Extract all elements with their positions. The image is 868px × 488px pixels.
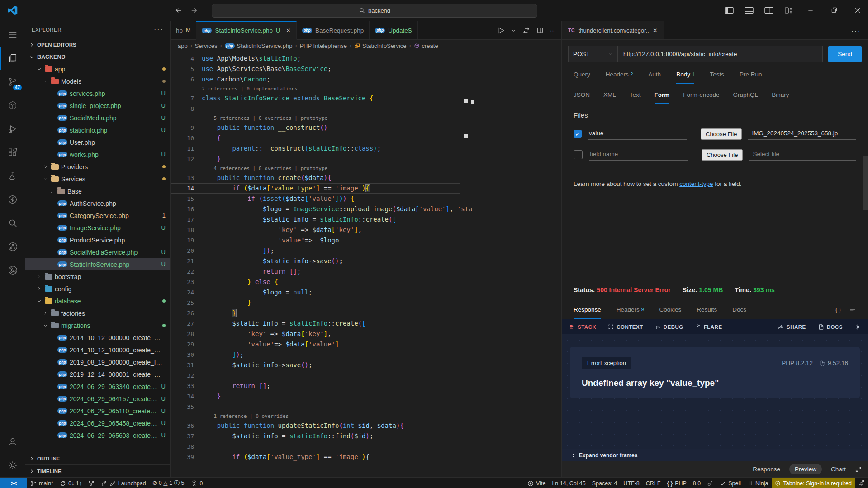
tree-item-bootstrap[interactable]: bootstrap	[25, 270, 170, 283]
split-editor-icon[interactable]	[536, 27, 544, 34]
ignition-debug-button[interactable]: DEBUG	[655, 324, 683, 330]
body-tab-form-encode[interactable]: Form-encode	[683, 86, 719, 103]
panel-more-actions-icon[interactable]: ···	[844, 21, 868, 39]
status-encoding[interactable]: UTF-8	[620, 478, 642, 488]
status-problems[interactable]: ⊘ 0 △ 1 ⓘ 5	[149, 478, 188, 488]
nav-back-icon[interactable]	[171, 6, 186, 14]
code-editor[interactable]: 4use App\Models\staticInfo;5use App\Serv…	[171, 52, 561, 477]
status-sync[interactable]: 0↓ 1↑	[57, 478, 85, 488]
status-php-version[interactable]: 8.0	[690, 478, 704, 488]
chevron-right-icon[interactable]	[35, 286, 43, 291]
request-tab-body[interactable]: Body1	[676, 65, 694, 84]
status-ports[interactable]: 0	[188, 478, 206, 488]
status-launchpad[interactable]: Launchpad	[98, 478, 149, 488]
send-button[interactable]: Send	[828, 46, 862, 62]
chevron-down-icon[interactable]	[35, 66, 43, 71]
status-tabnine[interactable]: Tabnine: Sign-in is required	[772, 478, 855, 488]
request-url-input[interactable]: http://127.0.0.1:8000/api/static_info/cr…	[617, 46, 823, 62]
codelens[interactable]: 1 reference | 0 overrides	[171, 412, 460, 421]
expand-vendor-frames[interactable]: Expand vendor frames	[562, 449, 868, 461]
content-type-link[interactable]: content-type	[679, 180, 713, 187]
tree-item-2024-06-29-064157-create-static-in-[interactable]: php2024_06_29_064157_create_static_in…U	[25, 393, 170, 405]
minimize-button[interactable]	[800, 0, 821, 21]
view-chart-button[interactable]: Chart	[825, 464, 851, 474]
command-center-search[interactable]: backend	[212, 4, 537, 18]
tree-item-socialmedia-php[interactable]: phpSocialMedia.phpU	[25, 112, 170, 124]
status-branch[interactable]: main*	[27, 478, 57, 488]
status-ninja[interactable]: Ninja	[744, 478, 772, 488]
tree-item-models[interactable]: Models	[25, 75, 170, 87]
status-notifications[interactable]	[855, 478, 868, 488]
tree-item-2024-06-29-065110-create-services-[interactable]: php2024_06_29_065110_create_services_…U	[25, 405, 170, 417]
tree-item-staticinfoservice-php[interactable]: phpStaticInfoService.phpU	[25, 258, 170, 270]
choose-file-button[interactable]: Choose File	[701, 128, 742, 140]
status-eol[interactable]: CRLF	[643, 478, 664, 488]
chevron-down-icon[interactable]	[42, 323, 49, 328]
open-editors-section[interactable]: OPEN EDITORS	[25, 38, 170, 51]
response-tab-response[interactable]: Response	[574, 300, 601, 319]
scm-icon[interactable]: 47	[0, 70, 25, 94]
tree-item-2019-08-19-000000-create-failed-jobs-ta-[interactable]: php2019_08_19_000000_create_failed_jobs_…	[25, 356, 170, 368]
tree-item-2014-10-12-000000-create-users-table-p-[interactable]: php2014_10_12_000000_create_users_table.…	[25, 332, 170, 344]
response-tab-results[interactable]: Results	[697, 300, 717, 319]
tree-item-imageservice-php[interactable]: phpImageService.phpU	[25, 222, 170, 234]
tree-item-2024-06-29-065603-create-works-ta-[interactable]: php2024_06_29_065603_create_works_ta…U	[25, 429, 170, 441]
body-tab-graphql[interactable]: GraphQL	[733, 86, 759, 103]
zap-icon[interactable]	[0, 188, 25, 211]
codelens[interactable]: 5 references | 0 overrides | prototype	[171, 114, 460, 123]
tab-close-icon[interactable]: ✕	[653, 27, 658, 34]
response-menu-icon[interactable]	[849, 306, 856, 313]
checkbox[interactable]	[574, 150, 583, 159]
ignition-flare-button[interactable]: FLARE	[695, 324, 722, 330]
compare-changes-icon[interactable]	[522, 27, 530, 34]
minimap[interactable]	[460, 52, 561, 477]
choose-file-button[interactable]: Choose File	[702, 149, 743, 161]
status-vite[interactable]: Vite	[524, 478, 549, 488]
chevron-right-icon[interactable]	[48, 189, 55, 194]
customize-layout-icon[interactable]	[780, 3, 797, 18]
tree-item-migrations[interactable]: migrations	[25, 319, 170, 332]
request-tab-tests[interactable]: Tests	[710, 65, 724, 84]
response-tab-headers[interactable]: Headers9	[617, 300, 644, 319]
status-spell[interactable]: Spell	[716, 478, 744, 488]
timeline-section[interactable]: TIMELINE	[25, 464, 170, 477]
body-tab-xml[interactable]: XML	[603, 86, 616, 103]
breadcrumb-item-php-intelephense[interactable]: PHP Intelephense	[299, 43, 347, 49]
tree-item-services-php[interactable]: phpservices.phpU	[25, 87, 170, 99]
ignition-gearsm-button[interactable]	[854, 324, 861, 330]
tree-item-productservice-php[interactable]: phpProductService.php	[25, 234, 170, 246]
ignition-context-button[interactable]: CONTEXT	[608, 324, 643, 330]
status-language[interactable]: { }PHP	[664, 478, 689, 488]
breadcrumb-item-create[interactable]: create	[414, 43, 438, 49]
gear-icon[interactable]	[0, 454, 25, 477]
status-indentation[interactable]: Spaces: 4	[589, 478, 621, 488]
status-compare[interactable]	[85, 478, 98, 488]
status-cursor-position[interactable]: Ln 14, Col 45	[549, 478, 588, 488]
run-code-icon[interactable]	[497, 27, 505, 34]
ignition-stack-button[interactable]: STACK	[569, 324, 596, 330]
response-tab-cookies[interactable]: Cookies	[659, 300, 681, 319]
chevron-right-icon[interactable]	[42, 164, 49, 169]
toggle-sidebar-icon[interactable]	[721, 3, 738, 18]
format-json-icon[interactable]: { }	[835, 306, 841, 313]
tree-item-providers[interactable]: Providers	[25, 161, 170, 173]
codelens[interactable]: 4 references | 0 overrides | prototype	[171, 164, 460, 173]
menu-icon[interactable]	[0, 23, 25, 47]
netB-icon[interactable]	[0, 258, 25, 282]
tree-item-staticinfo-php[interactable]: phpstaticInfo.phpU	[25, 124, 170, 136]
breadcrumb-item-staticinfoservice-php[interactable]: phpStaticInfoService.php	[225, 43, 293, 49]
chevron-right-icon[interactable]	[35, 274, 43, 279]
maximize-button[interactable]	[824, 0, 844, 21]
tree-item-database[interactable]: database	[25, 295, 170, 307]
tree-item-2014-10-12-100000-create-password-res-[interactable]: php2014_10_12_100000_create_password_res…	[25, 344, 170, 356]
beaker-icon[interactable]	[0, 164, 25, 188]
field-name-input[interactable]: value	[588, 128, 687, 140]
tree-item-services[interactable]: Services	[25, 173, 170, 185]
ignition-share-button[interactable]: SHARE	[778, 324, 806, 330]
netA-icon[interactable]	[0, 235, 25, 258]
account-icon[interactable]	[0, 430, 25, 454]
chevron-down-icon[interactable]	[35, 298, 43, 303]
run-dropdown-icon[interactable]	[511, 28, 516, 33]
field-name-input[interactable]: field name	[589, 149, 688, 161]
workspace-root[interactable]: BACKEND	[25, 51, 170, 63]
